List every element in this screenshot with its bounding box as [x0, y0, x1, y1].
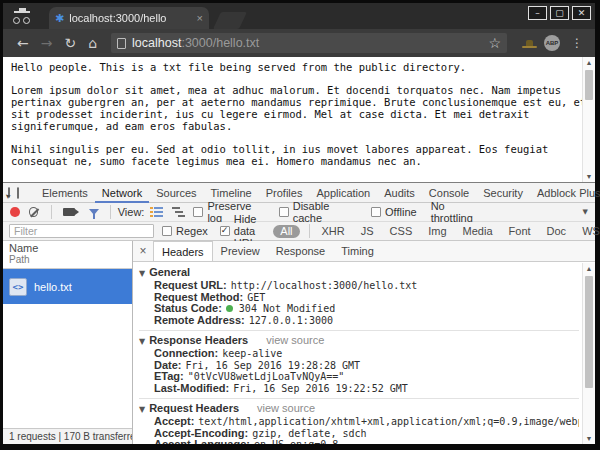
tab-close-icon[interactable]: × — [197, 12, 203, 24]
chrome-menu-icon[interactable]: ⋮ — [571, 36, 583, 50]
section-title: Request Headers — [149, 402, 239, 414]
header-field: Connection:keep-alive — [139, 348, 579, 360]
details-tab-timing[interactable]: Timing — [333, 241, 382, 261]
page-icon[interactable] — [117, 38, 126, 49]
request-name: hello.txt — [34, 281, 72, 293]
devtools-tab-elements[interactable]: Elements — [35, 183, 95, 203]
title-bar: ✱ localhost:3000/hello × – ▢ ✕ — [3, 3, 595, 29]
header-field-value: http://localhost:3000/hello.txt — [231, 280, 418, 291]
headers-section-general: ▼GeneralRequest URL:http://localhost:300… — [139, 263, 579, 330]
clear-icon[interactable] — [29, 207, 39, 217]
headers-content: ▼GeneralRequest URL:http://localhost:300… — [133, 262, 595, 444]
status-green-dot-icon — [226, 305, 233, 312]
address-bar-row: ← → ↻ ⌂ localhost:3000/hello.txt ☆ ABP ⋮ — [3, 29, 595, 57]
header-field-value: gzip, deflate, sdch — [252, 428, 366, 439]
url-path: :3000/hello.txt — [181, 36, 259, 50]
header-field: Accept:text/html,application/xhtml+xml,a… — [139, 416, 579, 428]
network-filter-row: Regex Hide data URLs AllXHRJSCSSImgMedia… — [3, 222, 595, 241]
filter-pill-media[interactable]: Media — [456, 225, 500, 238]
header-field-key: Request URL: — [154, 280, 227, 291]
filter-pill-xhr[interactable]: XHR — [315, 225, 352, 238]
request-row-hello-txt[interactable]: <> hello.txt — [3, 269, 132, 304]
collapse-arrow-icon[interactable]: ▼ — [139, 269, 145, 278]
incognito-icon — [11, 8, 35, 26]
network-toolbar: View: Preserve log Disable cache Offline… — [3, 203, 595, 222]
collapse-arrow-icon[interactable]: ▼ — [139, 337, 145, 346]
scroll-thumb[interactable] — [585, 70, 593, 100]
maximize-button[interactable]: ▢ — [550, 6, 569, 20]
filter-pill-js[interactable]: JS — [354, 225, 381, 238]
tab-favicon: ✱ — [55, 12, 64, 25]
filter-pill-doc[interactable]: Doc — [540, 225, 574, 238]
requests-panel: Name Path <> hello.txt 1 requests | 170 … — [3, 241, 133, 444]
home-icon[interactable]: ⌂ — [88, 35, 97, 51]
scroll-up-icon[interactable]: ▲ — [583, 265, 595, 272]
show-overview-icon[interactable] — [172, 207, 184, 217]
scroll-down-icon[interactable]: ▼ — [583, 173, 595, 180]
browser-tab[interactable]: ✱ localhost:3000/hello × — [49, 7, 209, 29]
header-field: Request Method:GET — [139, 292, 579, 304]
devtools-tab-sources[interactable]: Sources — [149, 183, 203, 203]
header-field-value: en-US,en;q=0.8 — [254, 439, 338, 444]
header-field-key: Accept: — [154, 416, 194, 427]
page-text-line: consequat ne, sumo facete legimus mea ei… — [11, 156, 575, 168]
details-tab-preview[interactable]: Preview — [213, 241, 268, 261]
offline-label: Offline — [385, 206, 417, 218]
page-text-line: Hello people. This is a txt file being s… — [11, 62, 575, 74]
offline-checkbox[interactable] — [371, 207, 381, 217]
url-box[interactable]: localhost:3000/hello.txt ☆ — [111, 33, 507, 53]
details-tab-response[interactable]: Response — [268, 241, 334, 261]
filter-pill-font[interactable]: Font — [502, 225, 538, 238]
filter-pill-all[interactable]: All — [273, 225, 299, 238]
new-tab-button[interactable] — [213, 12, 247, 29]
inspect-element-icon[interactable] — [8, 187, 10, 198]
disable-cache-checkbox[interactable] — [279, 207, 289, 217]
details-scrollbar[interactable]: ▲ ▼ — [582, 263, 595, 444]
throttling-dropdown-icon[interactable]: ▼ — [583, 208, 588, 216]
extension-hat-icon[interactable] — [522, 38, 537, 49]
requests-summary-bar: 1 requests | 170 B transferre… — [3, 428, 132, 444]
filmstrip-camera-icon[interactable] — [63, 208, 75, 216]
header-field: Accept-Encoding:gzip, deflate, sdch — [139, 428, 579, 440]
url-text[interactable]: localhost:3000/hello.txt — [132, 36, 488, 50]
forward-icon[interactable]: → — [41, 35, 53, 51]
scroll-down-icon[interactable]: ▼ — [583, 435, 595, 442]
filter-funnel-icon[interactable] — [89, 209, 99, 215]
text-file-icon: <> — [9, 278, 27, 296]
preserve-log-checkbox[interactable] — [193, 207, 203, 217]
details-tab-headers[interactable]: Headers — [153, 241, 213, 261]
large-request-rows-icon[interactable] — [150, 207, 162, 217]
record-button[interactable] — [10, 207, 20, 217]
filter-pill-ws[interactable]: WS — [575, 225, 600, 238]
scroll-up-icon[interactable]: ▲ — [583, 59, 595, 66]
section-title: General — [149, 266, 190, 278]
view-source-link[interactable]: view source — [266, 334, 324, 346]
filter-input[interactable] — [9, 224, 154, 238]
page-text: Hello people. This is a txt file being s… — [11, 62, 575, 167]
regex-checkbox[interactable] — [162, 226, 172, 236]
throttling-select[interactable]: No throttling — [431, 200, 488, 224]
devtools-tab-adblock-plus[interactable]: Adblock Plus — [530, 183, 600, 203]
header-field-key: Connection: — [154, 348, 218, 359]
devtools-tab-network[interactable]: Network — [95, 183, 149, 203]
header-field: Date:Fri, 16 Sep 2016 19:28:28 GMT — [139, 360, 579, 372]
minimize-button[interactable]: – — [528, 6, 547, 20]
filter-pill-css[interactable]: CSS — [383, 225, 420, 238]
close-button[interactable]: ✕ — [572, 6, 591, 20]
devtools-tab-audits[interactable]: Audits — [377, 183, 422, 203]
details-close-icon[interactable]: × — [133, 241, 153, 261]
scroll-thumb[interactable] — [585, 276, 593, 388]
page-scrollbar[interactable]: ▲ ▼ — [582, 57, 595, 182]
collapse-arrow-icon[interactable]: ▼ — [139, 405, 145, 414]
filter-pill-img[interactable]: Img — [421, 225, 453, 238]
back-icon[interactable]: ← — [17, 35, 29, 51]
adblock-plus-icon[interactable]: ABP — [544, 35, 560, 51]
device-toolbar-icon[interactable] — [17, 187, 19, 199]
hide-data-urls-checkbox[interactable] — [220, 226, 230, 236]
requests-column-header[interactable]: Name Path — [3, 241, 132, 269]
page-text-line: signiferumque, ad eam eros fabulas. — [11, 121, 575, 133]
view-source-link[interactable]: view source — [257, 402, 315, 414]
view-label: View: — [118, 206, 145, 218]
bookmark-star-icon[interactable]: ☆ — [488, 35, 501, 51]
reload-icon[interactable]: ↻ — [64, 35, 76, 51]
